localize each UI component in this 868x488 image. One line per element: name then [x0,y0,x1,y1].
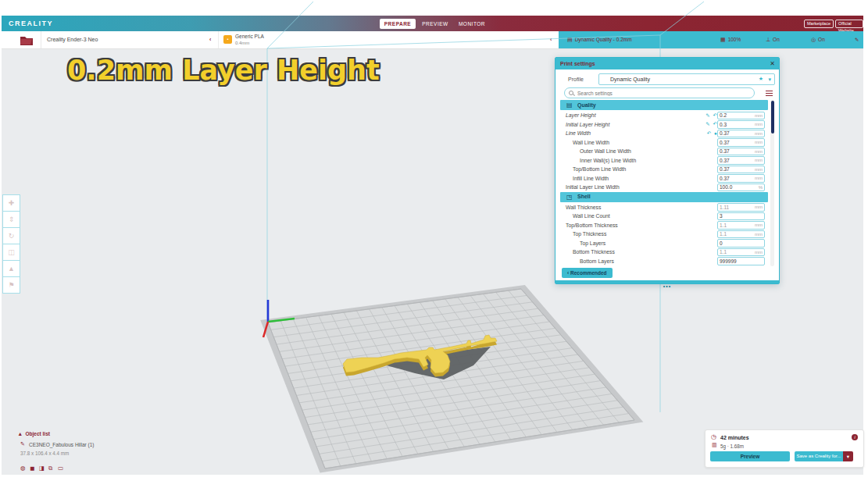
setting-label: Initial Layer Height [566,122,609,127]
rotate-tool[interactable]: ↻ [2,227,20,244]
rename-pencil-icon[interactable]: ✎ [20,441,25,447]
setting-input[interactable]: 0.37mm [717,174,765,183]
pencil-undo-icons[interactable]: ✎ ↶ [705,121,718,127]
object-name[interactable]: CE3NEO_Fabulous Hillar (1) [29,442,94,447]
print-summary-card: ◷ 42 minutes i ▥ 5g · 1.68m Preview Save… [705,429,864,468]
setting-label: Top Layers [580,240,605,246]
close-icon[interactable]: ✕ [770,60,775,67]
shell-icon: ◳ [566,194,573,201]
panel-footer: ‹ Recommended [555,266,779,280]
setting-row: Outer Wall Line Width0.37mm [560,147,768,156]
setting-input[interactable]: 0 [717,239,765,248]
build-volume-line [267,35,660,48]
mirror-tool[interactable]: ◫ [2,244,20,261]
setting-label: Bottom Thickness [573,249,615,255]
build-volume-line [660,2,704,35]
setting-input[interactable]: 1.11mm [717,203,765,212]
shell-section-header[interactable]: ◳Shell [560,192,768,202]
setting-label: Infill Line Width [573,176,609,181]
setting-row: Inner Wall(s) Line Width0.37mm [560,156,768,166]
setting-row: Wall Line Count3 [560,212,768,221]
setting-input[interactable]: 0.37mm [717,166,765,174]
setting-row: Wall Line Width0.37mm [560,138,768,148]
setting-row: Top/Bottom Thickness1.1mm [560,221,768,230]
panel-title: Print settings [560,61,595,66]
setting-label: Wall Line Count [573,213,610,219]
setting-input[interactable]: 0.37mm [717,130,765,138]
setting-label: Inner Wall(s) Line Width [580,158,636,163]
setting-row: Initial Layer Line Width100.0% [560,183,768,192]
chevron-down-icon[interactable]: ▾ [768,77,771,83]
setting-row: Top Thickness1.1mm [560,230,768,239]
setting-input[interactable]: 0.37mm [717,156,765,165]
copy-icon[interactable]: ⧉ [48,465,58,472]
object-list-header[interactable]: ▴Object list [19,431,50,437]
delete-icon[interactable]: ▭ [58,465,67,472]
setting-input[interactable]: 0.37mm [717,148,765,156]
build-plate[interactable] [268,289,634,468]
caption-overlay: 0.2mm Layer Height [67,55,380,86]
search-icon [569,91,573,95]
panel-resize-handle[interactable]: ••• [555,280,779,283]
print-settings-panel: Print settings ✕ Profile Dynamic Quality… [555,57,780,284]
object-dimensions: 37.8 x 106.4 x 4.4 mm [20,451,69,456]
setting-input[interactable]: 0.2mm [717,112,765,120]
setting-row: Wall Thickness1.11mm [560,203,768,212]
setting-row: Line Width↶ ●0.37mm [560,129,768,138]
setting-input[interactable]: 0.3mm [717,120,765,129]
setting-label: Top Thickness [573,231,606,237]
quality-section-header[interactable]: ▤Quality [560,100,768,110]
setting-label: Wall Line Width [573,140,609,145]
setting-label: Top/Bottom Thickness [566,223,618,228]
setting-input[interactable]: 3 [717,212,765,221]
setting-label: Layer Height [566,112,596,118]
setting-input[interactable]: 1.1mm [717,248,765,257]
setting-row: Top/Bottom Line Width0.37mm [560,165,768,174]
setting-row: Bottom Layers999999 [560,257,768,266]
support-tool[interactable]: ▲ [2,260,20,277]
star-icon[interactable]: ★ [759,76,763,82]
object-actions: ◍◼◨⧉▭ [20,459,67,473]
setting-row: Layer Height✎ ↶0.2mm [560,111,768,120]
print-time: 42 minutes [720,435,749,440]
filament-usage: 5g · 1.68m [720,443,744,449]
clock-icon: ◷ [711,433,716,440]
profile-dropdown[interactable]: Dynamic Quality ★ ▾ [598,73,775,85]
preview-button[interactable]: Preview [710,451,790,461]
panel-scrollbar[interactable] [770,100,774,266]
setting-input[interactable]: 1.1mm [717,230,765,239]
move-tool[interactable]: ✚ [2,194,20,212]
arrange-icon[interactable]: ◍ [20,465,30,472]
merge-icon[interactable]: ◼ [30,465,39,472]
setting-label: Top/Bottom Line Width [573,166,626,172]
profile-value: Dynamic Quality [610,77,650,82]
recommended-button[interactable]: ‹ Recommended [562,268,613,278]
setting-input[interactable]: 100.0% [717,183,765,192]
adjust-tool[interactable]: ⚑ [2,276,20,294]
creality-print-window: 0.2mm Layer Height CREALITY PREPARE PREV… [0,0,868,488]
duplicate-icon[interactable]: ◨ [39,465,48,472]
settings-search-box[interactable] [564,87,755,98]
profile-label: Profile [568,77,584,82]
setting-input[interactable]: 999999 [717,257,765,265]
settings-menu-icon[interactable] [766,91,773,91]
filament-icon: ▥ [712,442,717,448]
setting-input[interactable]: 1.1mm [717,221,765,230]
pencil-undo-icons[interactable]: ✎ ↶ [705,112,718,119]
info-icon[interactable]: i [852,434,858,440]
setting-label: Initial Layer Line Width [566,184,620,190]
collapse-up-icon[interactable]: ▴ [19,431,22,436]
panel-header[interactable]: Print settings ✕ [555,58,779,69]
scrollbar-thumb[interactable] [771,101,774,134]
setting-input[interactable]: 0.37mm [717,138,765,147]
scale-tool[interactable]: ⇕ [2,211,20,228]
setting-label: Line Width [566,130,591,136]
undo-dot-icons[interactable]: ↶ ● [707,130,718,137]
left-toolbar: ✚⇕↻◫▲⚑ [2,195,20,294]
quality-icon: ▤ [566,102,573,109]
setting-row: Initial Layer Height✎ ↶0.3mm [560,120,768,130]
search-input[interactable] [576,88,735,98]
save-dropdown-icon[interactable]: ▾ [843,451,853,461]
setting-row: Top Layers0 [560,239,768,248]
save-button[interactable]: Save as Creality for... [795,451,843,461]
